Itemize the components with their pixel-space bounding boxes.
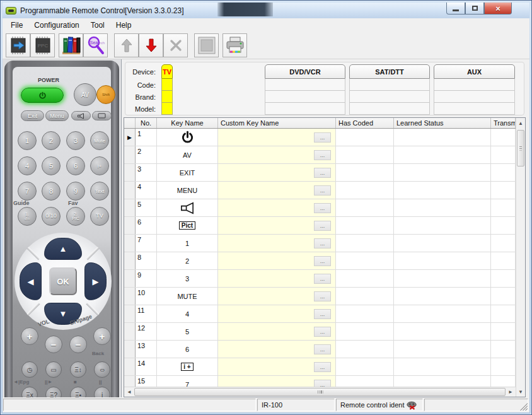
cell-transmit[interactable] xyxy=(491,341,516,358)
row-selector[interactable] xyxy=(124,252,136,269)
scroll-down-arrow[interactable]: ▼ xyxy=(516,387,525,397)
remote-key-2[interactable]: 2 xyxy=(42,131,61,150)
remote-display-button[interactable]: ▭ xyxy=(45,361,62,378)
grid-row[interactable]: 10MUTE... xyxy=(124,288,516,305)
column-header-no[interactable]: No. xyxy=(136,118,157,128)
cell-transmit[interactable] xyxy=(491,288,516,305)
row-selector[interactable] xyxy=(124,164,136,181)
cell-key-name[interactable]: 3 xyxy=(157,270,218,287)
cell-learned-status[interactable] xyxy=(394,235,491,252)
remote-left-button[interactable]: ◀ xyxy=(20,262,42,300)
model-cell-aux[interactable] xyxy=(434,103,515,115)
vertical-scroll-thumb[interactable] xyxy=(517,130,524,167)
cell-custom-key-name[interactable]: ... xyxy=(218,358,336,375)
code-cell-aux[interactable] xyxy=(434,79,515,91)
cell-no[interactable]: 4 xyxy=(136,182,157,199)
cell-learned-status[interactable] xyxy=(394,376,491,387)
row-selector[interactable] xyxy=(124,182,136,199)
grid-row[interactable]: 4MENU... xyxy=(124,182,516,199)
row-selector[interactable] xyxy=(124,376,136,387)
edit-custom-name-button[interactable]: ... xyxy=(314,256,331,266)
grid-row[interactable]: 157... xyxy=(124,376,516,387)
cell-custom-key-name[interactable]: ... xyxy=(218,323,336,340)
grid-row[interactable]: 93... xyxy=(124,270,516,288)
cell-no[interactable]: 3 xyxy=(136,164,157,181)
edit-custom-name-button[interactable]: ... xyxy=(314,380,331,387)
grid-row[interactable]: 125... xyxy=(124,323,516,341)
cell-transmit[interactable] xyxy=(491,252,516,269)
remote-ch-down-button[interactable]: − xyxy=(69,336,87,353)
cell-no[interactable]: 10 xyxy=(136,288,157,305)
cell-transmit[interactable] xyxy=(491,182,516,199)
library-button[interactable] xyxy=(59,33,83,57)
remote-right-button[interactable]: ▶ xyxy=(84,262,107,300)
cell-key-name[interactable]: 2 xyxy=(157,252,218,269)
remote-key-3[interactable]: 3 xyxy=(66,131,85,150)
model-cell-dvd-vcr[interactable] xyxy=(265,103,345,115)
cell-no[interactable]: 11 xyxy=(136,305,157,322)
device-tab-tv[interactable]: TV xyxy=(161,64,173,79)
edit-custom-name-button[interactable]: ... xyxy=(314,238,331,248)
grid-row[interactable]: 71... xyxy=(124,235,516,252)
cell-transmit[interactable] xyxy=(491,323,516,340)
remote-list-button[interactable]: Ξ↕ xyxy=(70,361,86,378)
cell-key-name[interactable]: 4 xyxy=(157,305,218,322)
edit-custom-name-button[interactable]: ... xyxy=(314,168,331,178)
cell-learned-status[interactable] xyxy=(394,164,491,181)
column-header-coded[interactable]: Has Coded xyxy=(336,118,394,128)
row-selector[interactable]: ▶ xyxy=(124,129,136,146)
cell-has-coded[interactable] xyxy=(336,323,394,340)
cell-has-coded[interactable] xyxy=(336,341,394,358)
row-selector[interactable] xyxy=(124,341,136,358)
cell-no[interactable]: 5 xyxy=(136,199,157,216)
cell-transmit[interactable] xyxy=(491,305,516,322)
cell-learned-status[interactable] xyxy=(394,288,491,305)
cell-learned-status[interactable] xyxy=(394,252,491,269)
cell-learned-status[interactable] xyxy=(394,270,491,287)
cell-has-coded[interactable] xyxy=(336,199,394,216)
row-selector[interactable] xyxy=(124,146,136,163)
grid-row[interactable]: 2AV... xyxy=(124,146,516,164)
cell-custom-key-name[interactable]: ... xyxy=(218,270,336,287)
remote-key-pc[interactable]: 2. P/C xyxy=(66,207,85,226)
edit-custom-name-button[interactable]: ... xyxy=(314,309,331,319)
horizontal-scroll-thumb[interactable] xyxy=(134,388,506,396)
edit-custom-name-button[interactable]: ... xyxy=(314,203,331,213)
row-selector[interactable] xyxy=(124,323,136,340)
column-header-custom[interactable]: Custom Key Name xyxy=(218,118,336,128)
cell-transmit[interactable] xyxy=(491,199,516,216)
cell-has-coded[interactable] xyxy=(336,305,394,322)
cell-learned-status[interactable] xyxy=(394,146,491,163)
cell-custom-key-name[interactable]: ... xyxy=(218,235,336,252)
cell-no[interactable]: 2 xyxy=(136,146,157,163)
column-header-transmit[interactable]: Transmit xyxy=(491,118,516,128)
edit-custom-name-button[interactable]: ... xyxy=(314,362,331,372)
cell-learned-status[interactable] xyxy=(394,129,491,146)
menu-configuration[interactable]: Configuration xyxy=(28,20,84,31)
edit-custom-name-button[interactable]: ... xyxy=(314,344,331,354)
cell-transmit[interactable] xyxy=(491,129,516,146)
cell-transmit[interactable] xyxy=(491,376,516,387)
cell-custom-key-name[interactable]: ... xyxy=(218,146,336,163)
grid-row[interactable]: 136... xyxy=(124,341,516,358)
cell-has-coded[interactable] xyxy=(336,288,394,305)
cell-has-coded[interactable] xyxy=(336,270,394,287)
row-selector[interactable] xyxy=(124,305,136,322)
ppc-chip-button[interactable]: PPC xyxy=(30,33,55,57)
write-chip-button[interactable] xyxy=(6,33,30,57)
cell-key-name[interactable]: AV xyxy=(157,146,218,163)
row-selector[interactable] xyxy=(124,235,136,252)
brand-cell-sat-dtt[interactable] xyxy=(349,91,430,103)
scroll-up-arrow[interactable]: ▲ xyxy=(516,118,525,128)
column-header-key[interactable]: Key Name xyxy=(157,118,218,128)
remote-vol-down-button[interactable]: − xyxy=(45,336,62,353)
cell-no[interactable]: 14 xyxy=(136,358,157,375)
cell-custom-key-name[interactable]: ... xyxy=(218,199,336,216)
remote-key-tv[interactable]: TV xyxy=(90,207,109,226)
cell-learned-status[interactable] xyxy=(394,323,491,340)
cell-transmit[interactable] xyxy=(491,270,516,287)
remote-vol-up-button[interactable]: + xyxy=(21,327,38,345)
cell-key-name[interactable]: MUTE xyxy=(157,288,218,305)
cell-transmit[interactable] xyxy=(491,235,516,252)
print-button[interactable] xyxy=(223,33,247,57)
